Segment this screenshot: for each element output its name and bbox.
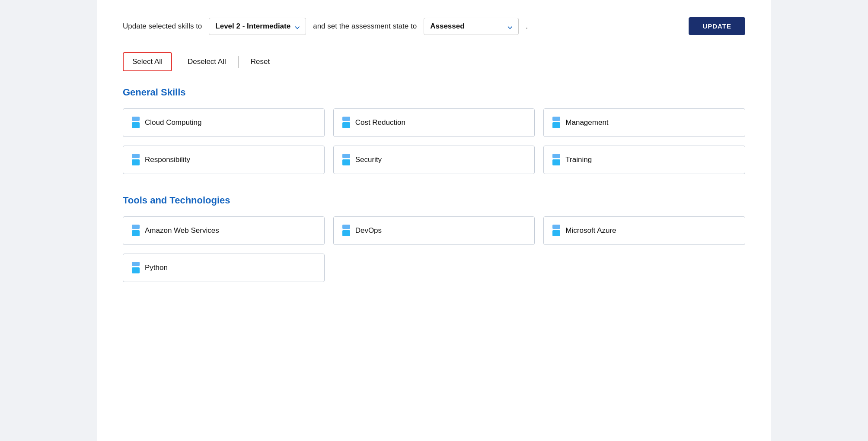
reset-button[interactable]: Reset [242,53,278,70]
section-title-general-skills: General Skills [123,87,745,98]
skill-icon-top-bar [552,225,560,229]
skill-icon-bottom-bar [552,159,560,165]
skill-icon-top-bar [342,154,350,158]
level-dropdown[interactable]: Level 2 - Intermediate ⌵ [209,18,306,35]
select-all-button[interactable]: Select All [123,52,172,71]
skill-icon-cloud-computing [132,117,140,129]
period: . [526,22,528,31]
skill-icon-training [552,154,560,166]
skill-icon-top-bar [132,262,140,266]
skill-icon-bottom-bar [552,230,560,236]
skill-icon-bottom-bar [132,159,140,165]
skill-label-microsoft-azure: Microsoft Azure [565,226,616,235]
assessment-dropdown-label: Assessed [430,22,464,31]
skill-icon-top-bar [342,225,350,229]
skill-icon-top-bar [342,117,350,121]
skill-card-security[interactable]: Security [333,146,535,174]
skill-icon-bottom-bar [132,267,140,273]
level-dropdown-chevron-icon: ⌵ [295,22,300,31]
skill-icon-top-bar [552,154,560,158]
skill-icon-top-bar [552,117,560,121]
selection-controls: Select All Deselect All Reset [123,52,745,71]
skill-label-python: Python [145,263,168,272]
section-title-tools-and-technologies: Tools and Technologies [123,195,745,206]
skill-icon-top-bar [132,117,140,121]
controls-divider [238,56,239,68]
update-prefix-text: Update selected skills to [123,22,202,31]
skill-icon-management [552,117,560,129]
sections-container: General SkillsCloud ComputingCost Reduct… [123,87,745,282]
section-tools-and-technologies: Tools and TechnologiesAmazon Web Service… [123,195,745,282]
skill-label-management: Management [565,118,608,127]
skill-label-cloud-computing: Cloud Computing [145,118,201,127]
skill-label-amazon-web-services: Amazon Web Services [145,226,219,235]
skill-card-amazon-web-services[interactable]: Amazon Web Services [123,216,325,245]
skill-card-training[interactable]: Training [543,146,745,174]
skill-icon-cost-reduction [342,117,350,129]
skill-icon-security [342,154,350,166]
skill-label-security: Security [355,155,382,164]
update-button[interactable]: UPDATE [689,17,745,35]
skill-icon-microsoft-azure [552,225,560,237]
skill-card-management[interactable]: Management [543,108,745,137]
skill-card-python[interactable]: Python [123,254,325,282]
skill-card-cost-reduction[interactable]: Cost Reduction [333,108,535,137]
skill-card-responsibility[interactable]: Responsibility [123,146,325,174]
assessment-dropdown-chevron-icon: ⌵ [507,22,512,31]
skill-icon-bottom-bar [552,122,560,128]
connector-text: and set the assessment state to [313,22,417,31]
skill-card-microsoft-azure[interactable]: Microsoft Azure [543,216,745,245]
skill-card-cloud-computing[interactable]: Cloud Computing [123,108,325,137]
skills-grid-general-skills: Cloud ComputingCost ReductionManagementR… [123,108,745,174]
skill-label-training: Training [565,155,592,164]
skill-icon-amazon-web-services [132,225,140,237]
deselect-all-button[interactable]: Deselect All [179,53,235,70]
skill-icon-bottom-bar [342,159,350,165]
toolbar: Update selected skills to Level 2 - Inte… [123,17,745,35]
assessment-dropdown[interactable]: Assessed ⌵ [424,18,519,35]
skill-icon-bottom-bar [132,122,140,128]
skill-icon-python [132,262,140,274]
skill-icon-top-bar [132,154,140,158]
skill-icon-bottom-bar [342,230,350,236]
page-container: Update selected skills to Level 2 - Inte… [97,0,771,441]
skill-label-devops: DevOps [355,226,382,235]
skill-icon-responsibility [132,154,140,166]
skill-icon-bottom-bar [342,122,350,128]
skill-icon-top-bar [132,225,140,229]
skills-grid-tools-and-technologies: Amazon Web ServicesDevOpsMicrosoft Azure… [123,216,745,282]
skill-label-cost-reduction: Cost Reduction [355,118,405,127]
level-dropdown-label: Level 2 - Intermediate [215,22,290,31]
skill-label-responsibility: Responsibility [145,155,190,164]
skill-card-devops[interactable]: DevOps [333,216,535,245]
skill-icon-devops [342,225,350,237]
skill-icon-bottom-bar [132,230,140,236]
section-general-skills: General SkillsCloud ComputingCost Reduct… [123,87,745,174]
